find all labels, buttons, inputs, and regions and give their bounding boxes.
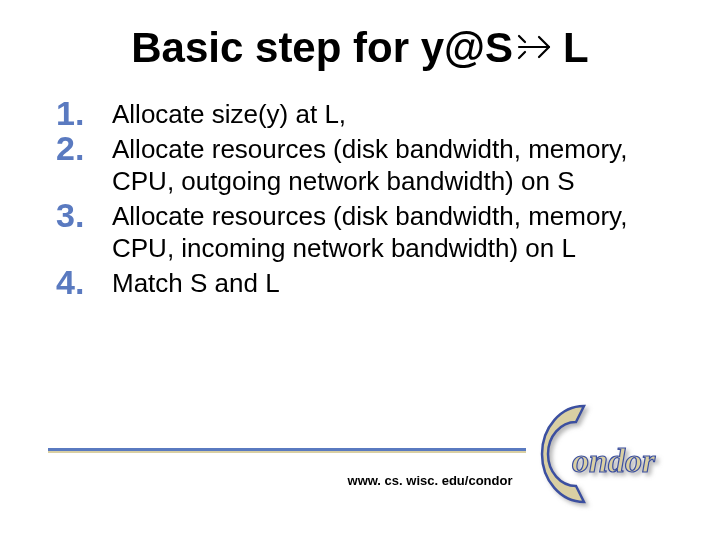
step-text: Allocate resources (disk bandwidth, memo… bbox=[112, 201, 627, 264]
condor-logo: ondor bbox=[524, 394, 694, 514]
slide: Basic step for y@S L Allocate size(y) at… bbox=[0, 0, 720, 540]
step-item: Allocate resources (disk bandwidth, memo… bbox=[56, 133, 672, 198]
logo-text: ondor bbox=[572, 442, 656, 479]
title-prefix: Basic step for y@S bbox=[131, 24, 513, 71]
step-item: Allocate size(y) at L, bbox=[56, 98, 672, 131]
right-arrow-icon bbox=[515, 26, 557, 74]
slide-title: Basic step for y@S L bbox=[48, 24, 672, 74]
title-suffix: L bbox=[563, 24, 589, 71]
footer-rule bbox=[48, 448, 526, 454]
svg-line-1 bbox=[519, 36, 525, 42]
step-text: Match S and L bbox=[112, 268, 280, 298]
step-item: Allocate resources (disk bandwidth, memo… bbox=[56, 200, 672, 265]
step-item: Match S and L bbox=[56, 267, 672, 300]
svg-line-2 bbox=[519, 52, 525, 58]
step-text: Allocate size(y) at L, bbox=[112, 99, 346, 129]
steps-list: Allocate size(y) at L, Allocate resource… bbox=[48, 98, 672, 299]
step-text: Allocate resources (disk bandwidth, memo… bbox=[112, 134, 627, 197]
